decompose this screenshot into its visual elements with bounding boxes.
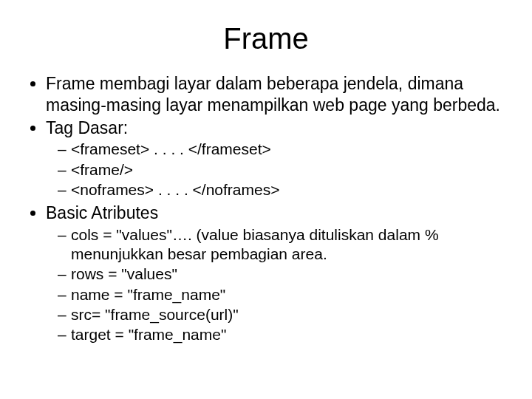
sub-bullet-item: cols = "values"…. (value biasanya dituli… [71, 225, 510, 265]
slide: Frame Frame membagi layar dalam beberapa… [0, 0, 532, 399]
bullet-text: Tag Dasar: [46, 118, 128, 137]
sub-bullet-list: <frameset> . . . . </frameset> <frame/> … [46, 140, 510, 200]
bullet-text: Basic Atributes [46, 203, 158, 222]
bullet-item: Frame membagi layar dalam beberapa jende… [46, 73, 510, 116]
sub-bullet-list: cols = "values"…. (value biasanya dituli… [46, 225, 510, 345]
bullet-item: Basic Atributes cols = "values"…. (value… [46, 202, 510, 344]
sub-bullet-item: <frameset> . . . . </frameset> [71, 140, 510, 159]
sub-bullet-item: <frame/> [71, 160, 510, 180]
slide-title: Frame [22, 22, 510, 55]
sub-bullet-item: src= "frame_source(url)" [71, 305, 510, 324]
sub-bullet-item: rows = "values" [71, 265, 510, 284]
bullet-list: Frame membagi layar dalam beberapa jende… [22, 73, 510, 344]
sub-bullet-item: target = "frame_name" [71, 325, 510, 344]
sub-bullet-item: <noframes> . . . . </noframes> [71, 180, 510, 200]
sub-bullet-item: name = "frame_name" [71, 285, 510, 304]
bullet-item: Tag Dasar: <frameset> . . . . </frameset… [46, 117, 510, 200]
